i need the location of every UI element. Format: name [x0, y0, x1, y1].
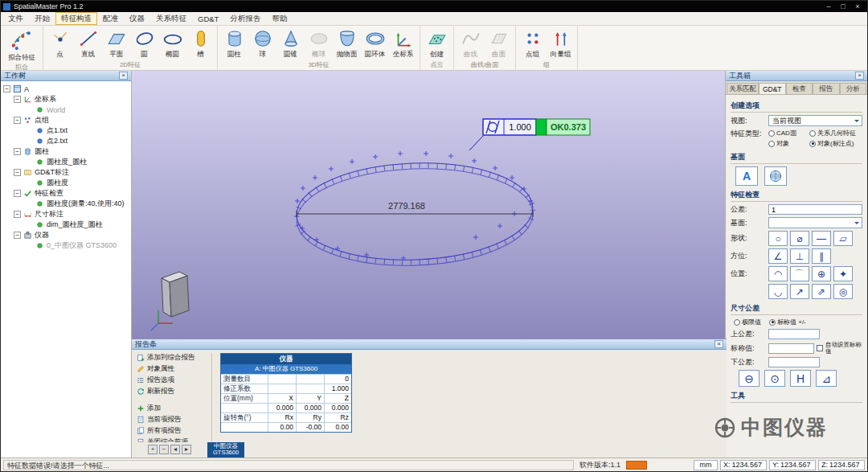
- tree-item[interactable]: − 点1.txt: [1, 125, 131, 136]
- profile-surface-icon[interactable]: ◠: [768, 266, 788, 281]
- tree-item[interactable]: − 尺寸标注: [1, 209, 131, 220]
- profile-line-icon[interactable]: ⌒: [790, 266, 809, 281]
- radio-icon[interactable]: [809, 141, 816, 147]
- datum-a-button[interactable]: A: [735, 166, 758, 186]
- surface-button[interactable]: 曲面: [485, 27, 513, 60]
- nominal-value-input[interactable]: [768, 343, 814, 354]
- limit-values-radio[interactable]: 极限值: [734, 318, 761, 326]
- perpendicularity-icon[interactable]: ⊥: [790, 248, 809, 264]
- upper-tolerance-input[interactable]: [768, 329, 820, 339]
- tree-item[interactable]: − 点2.txt: [1, 136, 131, 146]
- tree-item[interactable]: − World: [1, 105, 131, 115]
- tree-item[interactable]: − 圆柱度_圆柱: [1, 157, 131, 167]
- tree-expander-icon[interactable]: −: [14, 96, 21, 103]
- coordinate-system-button[interactable]: 坐标系: [389, 27, 417, 60]
- radio-icon[interactable]: [768, 130, 775, 137]
- menu-item[interactable]: 配准: [97, 12, 124, 25]
- tree-item[interactable]: − GD&T标注: [1, 167, 131, 178]
- object-properties-button[interactable]: 对象属性: [137, 364, 209, 374]
- menu-item[interactable]: 分析报告: [224, 12, 266, 25]
- report-zoom-out-button[interactable]: −: [159, 445, 169, 454]
- tree-item[interactable]: − A: [1, 84, 131, 94]
- feature-type-cad-face-radio[interactable]: CAD面: [768, 129, 807, 137]
- parallelism-icon[interactable]: ∥: [812, 248, 831, 264]
- menu-item[interactable]: 文件: [2, 12, 29, 25]
- tree-item[interactable]: − 0_中图仪器 GTS3600: [1, 240, 131, 251]
- auto-nominal-checkbox[interactable]: [817, 345, 823, 351]
- nominal-plus-minus-radio[interactable]: 标称值 +/-: [769, 318, 806, 326]
- paraboloid-button[interactable]: 抛物面: [333, 27, 361, 60]
- plane-button[interactable]: 平面: [102, 27, 130, 60]
- work-tree-close-icon[interactable]: ×: [119, 72, 128, 80]
- tree-item[interactable]: − 圆柱度(测量:40,使用:40): [1, 199, 131, 209]
- cone-button[interactable]: 圆锥: [276, 27, 305, 60]
- ellipsoid-button[interactable]: 椭球: [305, 27, 333, 60]
- tree-item[interactable]: − 坐标系: [1, 94, 131, 105]
- tree-expander-icon[interactable]: −: [3, 85, 10, 92]
- fit-feature-button[interactable]: 拟合特征: [3, 27, 40, 63]
- datum-sphere-button[interactable]: [764, 166, 787, 186]
- diameter-tolerance-icon[interactable]: ⊖: [739, 370, 760, 387]
- tree-item[interactable]: − 特征检查: [1, 188, 131, 199]
- feature-type-object-points-radio[interactable]: 对象(标注点): [809, 139, 862, 148]
- curve-button[interactable]: 曲线: [457, 27, 485, 60]
- menu-item[interactable]: 开始: [29, 12, 55, 25]
- maximize-button[interactable]: □: [836, 2, 850, 11]
- viewport-3d[interactable]: 2779.168 1.000 OK0.373: [132, 71, 727, 339]
- feature-type-relation-geometry-radio[interactable]: 关系几何特征: [809, 129, 862, 137]
- line-button[interactable]: 直线: [74, 27, 102, 60]
- toolbox-tab[interactable]: 分析: [840, 83, 867, 94]
- report-next-button[interactable]: ▸: [182, 445, 191, 454]
- close-button[interactable]: ×: [850, 2, 865, 11]
- menu-item[interactable]: 特征构造: [55, 12, 97, 25]
- report-prev-button[interactable]: ◂: [170, 445, 180, 454]
- tree-expander-icon[interactable]: −: [14, 169, 21, 176]
- refresh-report-button[interactable]: 刷新报告: [137, 387, 209, 396]
- add-to-summary-report-button[interactable]: 添加到综合报告: [137, 353, 209, 363]
- all-items-report-button[interactable]: 所有项报告: [137, 426, 209, 436]
- minimize-button[interactable]: –: [821, 2, 836, 11]
- toolbox-tab[interactable]: 报告: [813, 83, 840, 94]
- tree-item[interactable]: − dim_圆柱度_圆柱: [1, 220, 131, 230]
- feature-type-object-radio[interactable]: 对象: [768, 139, 807, 148]
- lower-tolerance-input[interactable]: [768, 357, 820, 367]
- tree-item[interactable]: − 仪器: [1, 230, 131, 240]
- radio-icon[interactable]: [809, 130, 816, 137]
- torus-button[interactable]: 圆环体: [361, 27, 389, 60]
- slot-button[interactable]: 槽: [186, 27, 215, 60]
- radio-icon[interactable]: [769, 319, 776, 326]
- menu-item[interactable]: 关系特征: [150, 12, 192, 25]
- datum-select[interactable]: [768, 217, 862, 228]
- tree-expander-icon[interactable]: −: [14, 117, 21, 124]
- radio-icon[interactable]: [768, 141, 775, 147]
- angularity-icon[interactable]: ∠: [768, 248, 788, 264]
- tree-item[interactable]: − 圆柱: [1, 146, 131, 157]
- point-button[interactable]: 点: [46, 27, 74, 60]
- position-icon[interactable]: ⊕: [812, 266, 831, 281]
- concentricity-icon[interactable]: ◎: [833, 284, 853, 299]
- tree-expander-icon[interactable]: −: [14, 211, 21, 218]
- view-select[interactable]: 当前视图: [768, 115, 862, 126]
- toolbox-tab[interactable]: 关系匹配: [727, 83, 759, 94]
- toolbox-close-icon[interactable]: ×: [855, 72, 864, 80]
- tree-expander-icon[interactable]: −: [14, 232, 21, 239]
- menu-item[interactable]: 仪器: [124, 12, 150, 25]
- add-button[interactable]: 添加: [137, 404, 209, 413]
- current-item-report-button[interactable]: 当前项报告: [137, 415, 209, 425]
- vector-group-button[interactable]: 向量组: [547, 27, 575, 60]
- menu-item[interactable]: GD&T: [192, 12, 224, 25]
- report-options-button[interactable]: 报告选项: [137, 376, 209, 385]
- toolbox-tab[interactable]: 检查: [786, 83, 813, 94]
- tolerance-input[interactable]: [768, 204, 862, 215]
- circled-dot-tolerance-icon[interactable]: ⊙: [764, 370, 785, 387]
- sphere-button[interactable]: 球: [248, 27, 276, 60]
- viewport-canvas[interactable]: 2779.168 1.000 OK0.373: [132, 71, 727, 339]
- report-zoom-in-button[interactable]: +: [148, 445, 158, 454]
- cylindricity-icon[interactable]: ⌀: [790, 231, 809, 246]
- point-profile-icon[interactable]: ✦: [833, 266, 853, 281]
- circularity-icon[interactable]: ○: [768, 231, 788, 246]
- straightness-icon[interactable]: —: [812, 231, 831, 246]
- arc-icon[interactable]: ◡: [768, 284, 788, 299]
- total-runout-icon[interactable]: ⇗: [812, 284, 831, 299]
- circular-runout-icon[interactable]: ↗: [790, 284, 809, 299]
